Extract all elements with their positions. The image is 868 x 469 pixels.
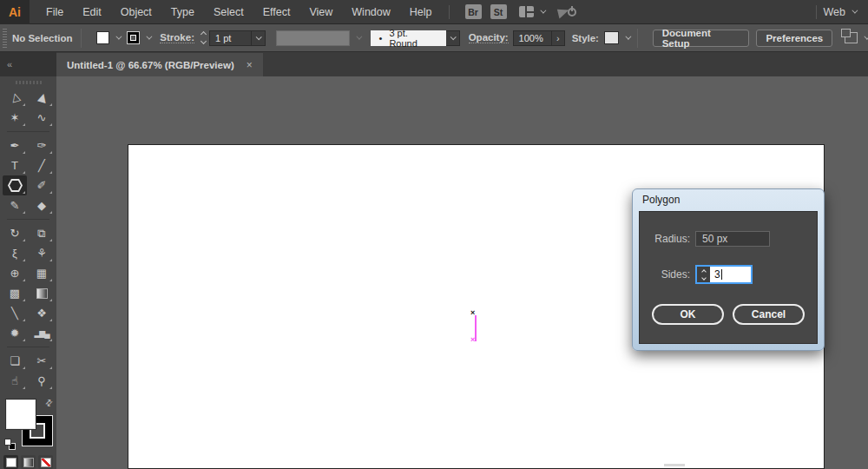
direct-selection-tool[interactable]: ▶ [30, 88, 54, 108]
panel-grip[interactable] [3, 29, 7, 48]
canvas-area[interactable]: × × Polygon Radius: 50 px Sides: 3 OK [56, 76, 868, 469]
selection-arrow-icon: ▷ [7, 92, 22, 104]
close-icon[interactable]: × [247, 59, 253, 71]
menu-view[interactable]: View [299, 0, 342, 24]
artboard-tool[interactable]: ❏ [3, 351, 27, 371]
stroke-panel-link[interactable]: Stroke: [160, 32, 194, 43]
sides-control[interactable]: 3 [695, 265, 753, 284]
stroke-weight-stepper[interactable] [201, 32, 206, 43]
menu-file[interactable]: File [36, 0, 73, 24]
chevron-down-icon [450, 34, 457, 40]
eraser-tool[interactable]: ◆ [30, 195, 54, 215]
collapse-panel-icon[interactable]: « [7, 59, 12, 69]
shaper-tool[interactable]: ✎ [3, 195, 27, 215]
workspace-switcher[interactable]: Web [824, 6, 845, 18]
line-segment-tool[interactable]: ╱ [30, 155, 54, 175]
toolbar-grip[interactable] [16, 81, 42, 84]
fill-swatch[interactable] [96, 31, 109, 44]
stroke-swatch[interactable] [127, 31, 140, 44]
magic-wand-icon: ✶ [10, 111, 20, 124]
symbol-sprayer-tool[interactable]: ✹ [3, 323, 27, 343]
tools-panel: ▷ ▶ ✶ ∿ ✒ ✑ T ╱ ✐ ✎ ◆ [0, 76, 56, 469]
warp-tool[interactable]: ξ [3, 243, 27, 263]
hand-tool[interactable]: ☝ [3, 371, 27, 391]
opacity-more-button[interactable]: › [552, 30, 565, 46]
perspective-grid-tool[interactable]: ▦ [30, 263, 54, 283]
eyedropper-tool[interactable]: ╲ [3, 303, 27, 323]
puppet-warp-tool[interactable]: ⚘ [30, 243, 54, 263]
artboard-icon: ❏ [10, 354, 20, 367]
menu-edit[interactable]: Edit [73, 0, 111, 24]
color-button[interactable] [3, 455, 18, 469]
cancel-button[interactable]: Cancel [733, 304, 805, 325]
menu-type[interactable]: Type [161, 0, 204, 24]
align-options-icon[interactable] [845, 32, 858, 43]
menu-select[interactable]: Select [204, 0, 253, 24]
opacity-panel-link[interactable]: Opacity: [469, 32, 509, 43]
fill-proxy-swatch[interactable] [6, 400, 36, 429]
paintbrush-tool[interactable]: ✐ [30, 175, 54, 195]
solid-color-icon [6, 458, 16, 467]
ok-button[interactable]: OK [652, 304, 724, 325]
menu-effect[interactable]: Effect [253, 0, 300, 24]
gradient-icon [36, 288, 48, 299]
gradient-tool[interactable] [30, 283, 54, 303]
brush-dropdown-button[interactable] [446, 30, 460, 46]
none-button[interactable] [38, 455, 53, 469]
brush-definition-dropdown[interactable]: • 3 pt. Round [371, 30, 447, 46]
menu-help[interactable]: Help [400, 0, 442, 24]
eyedropper-icon: ╲ [11, 307, 18, 320]
lasso-tool[interactable]: ∿ [30, 108, 54, 128]
polygon-dialog: Polygon Radius: 50 px Sides: 3 OK Cancel [632, 188, 825, 351]
curvature-tool[interactable]: ✑ [30, 135, 54, 155]
stock-button[interactable]: St [490, 4, 507, 19]
stroke-color-control[interactable] [127, 31, 150, 44]
slice-tool[interactable]: ✂ [30, 351, 54, 371]
share-icon[interactable] [558, 5, 577, 19]
sides-input[interactable]: 3 [710, 267, 751, 282]
magic-wand-tool[interactable]: ✶ [3, 108, 27, 128]
gradient-button[interactable] [21, 455, 36, 469]
stroke-weight-field[interactable]: 1 pt [209, 30, 252, 46]
document-setup-button[interactable]: Document Setup [653, 30, 750, 47]
selection-tool[interactable]: ▷ [3, 88, 27, 108]
chevron-down-icon[interactable] [115, 34, 122, 40]
document-tab[interactable]: Untitled-1 @ 66.67% (RGB/Preview) × [56, 53, 263, 76]
shape-builder-tool[interactable]: ⊕ [3, 263, 27, 283]
default-fill-stroke-icon[interactable] [4, 439, 16, 450]
document-tab-bar: « Untitled-1 @ 66.67% (RGB/Preview) × [0, 52, 868, 76]
zoom-tool[interactable]: ⚲ [30, 371, 54, 391]
chevron-down-icon[interactable] [540, 8, 546, 14]
pen-tool[interactable]: ✒ [3, 135, 27, 155]
opacity-field[interactable]: 100% [513, 30, 552, 46]
blend-tool[interactable]: ❖ [30, 303, 54, 323]
chevron-down-icon[interactable] [852, 8, 858, 14]
color-type-buttons [0, 455, 56, 469]
toolbar-header: « [0, 52, 56, 76]
menu-object[interactable]: Object [111, 0, 161, 24]
arrange-documents-icon[interactable] [519, 6, 534, 17]
sides-stepper[interactable] [697, 267, 710, 282]
chevron-down-icon[interactable] [625, 34, 631, 40]
blend-icon: ❖ [36, 307, 47, 320]
chevron-down-icon[interactable] [146, 34, 152, 40]
rotate-tool[interactable]: ↻ [3, 223, 27, 243]
type-tool[interactable]: T [3, 155, 27, 175]
swap-fill-stroke-icon[interactable]: ⇄ [43, 397, 55, 409]
menu-window[interactable]: Window [342, 0, 399, 24]
variable-width-profile-dropdown [276, 30, 350, 46]
radius-label: Radius: [648, 233, 690, 245]
mesh-tool[interactable]: ▩ [3, 283, 27, 303]
separator [81, 29, 82, 48]
rotate-icon: ↻ [10, 227, 20, 240]
bridge-button[interactable]: Br [465, 4, 482, 19]
stroke-weight-dropdown[interactable] [252, 30, 266, 46]
graphic-style-swatch[interactable] [604, 31, 619, 44]
column-graph-tool[interactable]: ▂▆▄ [30, 323, 54, 343]
scale-tool[interactable]: ⧉ [30, 223, 54, 243]
radius-field[interactable]: 50 px [695, 231, 770, 247]
fill-color-control[interactable] [96, 31, 120, 44]
chevron-down-icon[interactable] [864, 34, 868, 40]
preferences-button[interactable]: Preferences [756, 30, 832, 47]
polygon-tool[interactable] [3, 175, 27, 195]
